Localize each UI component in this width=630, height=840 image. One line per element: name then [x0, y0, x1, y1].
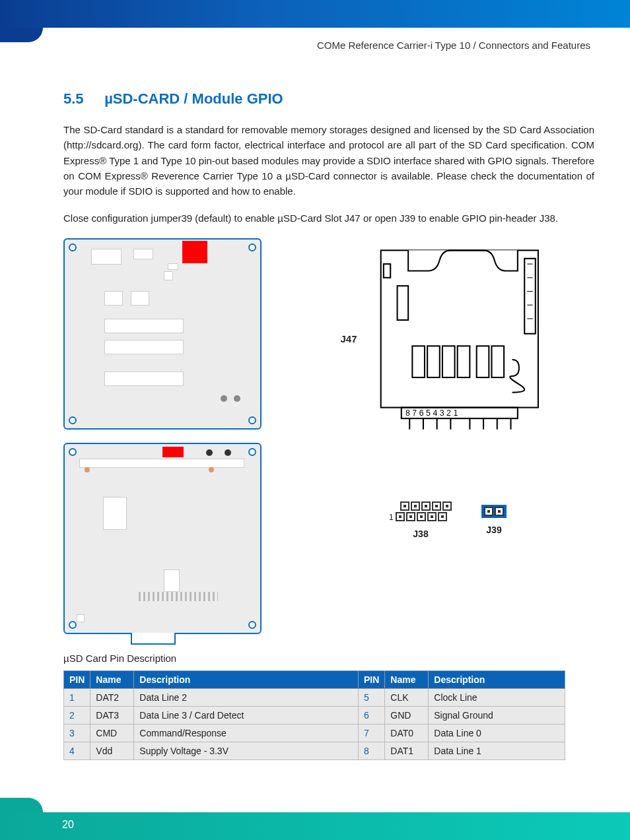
carrier-board-top-diagram — [63, 238, 262, 430]
j38-pin1-marker: 1 — [389, 513, 394, 522]
paragraph-2: Close configuration jumper39 (default) t… — [63, 210, 594, 226]
cell-pin: 3 — [64, 724, 90, 742]
highlight-jumper-area — [162, 447, 184, 457]
cell-name: CLK — [385, 688, 429, 706]
page-number: 20 — [62, 819, 74, 831]
table-row: 4VddSupply Voltage - 3.3V8DAT1Data Line … — [64, 742, 565, 759]
th-pin: PIN — [64, 670, 90, 688]
cell-desc: Data Line 2 — [134, 688, 359, 706]
cell-desc: Clock Line — [429, 688, 565, 706]
section-number: 5.5 — [63, 90, 100, 108]
cell-desc: Data Line 0 — [429, 724, 565, 742]
th-pin: PIN — [358, 670, 384, 688]
svg-rect-10 — [427, 346, 440, 377]
table-caption: µSD Card Pin Description — [63, 653, 594, 664]
section-heading: 5.5 µSD-CARD / Module GPIO — [63, 90, 594, 108]
cell-pin: 2 — [64, 706, 90, 724]
table-row: 2DAT3Data Line 3 / Card Detect6GNDSignal… — [64, 706, 565, 724]
highlight-sd-slot — [182, 241, 207, 263]
j39-jumper: J39 — [481, 505, 507, 535]
sd-pin-numbers: 8 7 6 5 4 3 2 1 — [405, 408, 458, 418]
section-title: µSD-CARD / Module GPIO — [104, 90, 283, 107]
sd-connector-drawing: 8 7 6 5 4 3 2 1 — [370, 243, 555, 435]
cell-desc: Data Line 3 / Card Detect — [134, 706, 359, 724]
cell-pin: 4 — [64, 742, 90, 759]
svg-rect-11 — [442, 346, 454, 377]
j47-label: J47 — [340, 333, 357, 344]
breadcrumb: COMe Reference Carrier-i Type 10 / Conne… — [0, 28, 630, 51]
svg-rect-12 — [457, 346, 470, 377]
paragraph-1: The SD-Card standard is a standard for r… — [63, 122, 594, 199]
footer-band: 20 — [0, 812, 630, 840]
th-desc: Description — [429, 670, 565, 688]
svg-rect-3 — [524, 258, 536, 333]
cell-name: CMD — [90, 724, 134, 742]
j38-label: J38 — [413, 529, 428, 539]
page-content: 5.5 µSD-CARD / Module GPIO The SD-Card s… — [0, 51, 630, 760]
cell-desc: Command/Response — [134, 724, 359, 742]
sd-connector-block: J47 — [340, 243, 555, 435]
cell-name: DAT1 — [385, 742, 429, 759]
j38-header: 1 J38 — [389, 501, 452, 539]
cell-pin: 6 — [358, 706, 384, 724]
diagram-row: J47 — [63, 238, 594, 634]
svg-rect-2 — [397, 286, 408, 320]
cell-pin: 5 — [358, 688, 384, 706]
cell-name: DAT0 — [385, 724, 429, 742]
svg-rect-9 — [412, 346, 425, 377]
svg-rect-14 — [491, 346, 504, 377]
table-row: 3CMDCommand/Response7DAT0Data Line 0 — [64, 724, 565, 742]
th-name: Name — [385, 670, 429, 688]
cell-desc: Signal Ground — [429, 706, 565, 724]
cell-name: DAT3 — [90, 706, 134, 724]
j39-label: J39 — [486, 525, 501, 535]
cell-pin: 7 — [358, 724, 384, 742]
cell-desc: Data Line 1 — [429, 742, 565, 759]
table-row: 1DAT2Data Line 25CLKClock Line — [64, 688, 565, 706]
cell-pin: 8 — [358, 742, 384, 759]
cell-name: GND — [385, 706, 429, 724]
cell-pin: 1 — [64, 688, 90, 706]
th-desc: Description — [134, 670, 359, 688]
svg-rect-13 — [476, 346, 489, 377]
header-band — [0, 0, 630, 28]
th-name: Name — [90, 670, 134, 688]
cell-desc: Supply Voltage - 3.3V — [134, 742, 359, 759]
svg-rect-0 — [380, 250, 538, 407]
carrier-board-bottom-diagram — [63, 443, 262, 634]
jumper-header-block: 1 J38 J39 — [389, 501, 507, 539]
cell-name: DAT2 — [90, 688, 134, 706]
svg-rect-1 — [383, 264, 390, 278]
cell-name: Vdd — [90, 742, 134, 759]
pin-description-table: PIN Name Description PIN Name Descriptio… — [63, 670, 565, 760]
